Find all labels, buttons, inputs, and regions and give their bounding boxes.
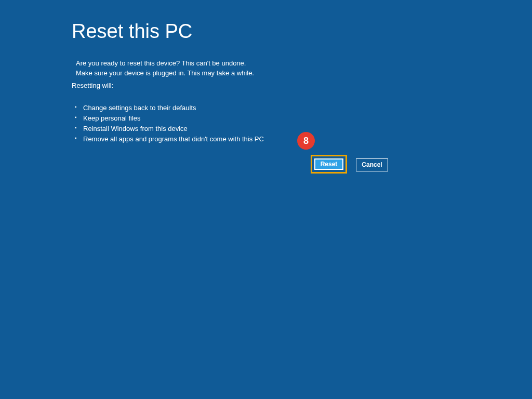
page-title: Reset this PC xyxy=(72,21,467,43)
button-row: Reset Cancel xyxy=(311,155,388,174)
intro-line-2: Make sure your device is plugged in. Thi… xyxy=(76,68,467,78)
resetting-will-label: Resetting will: xyxy=(72,82,467,89)
step-annotation-badge: 8 xyxy=(297,132,315,150)
intro-line-1: Are you ready to reset this device? This… xyxy=(76,58,467,69)
list-item: Change settings back to their defaults xyxy=(77,103,467,113)
intro-text: Are you ready to reset this device? This… xyxy=(76,58,467,78)
list-item: Keep personal files xyxy=(77,113,467,124)
reset-button-highlight: Reset xyxy=(311,155,347,174)
reset-actions-list: Change settings back to their defaults K… xyxy=(77,103,467,145)
list-item: Reinstall Windows from this device xyxy=(77,124,467,134)
list-item: Remove all apps and programs that didn't… xyxy=(77,134,467,144)
reset-button[interactable]: Reset xyxy=(314,158,343,170)
cancel-button[interactable]: Cancel xyxy=(356,158,388,171)
